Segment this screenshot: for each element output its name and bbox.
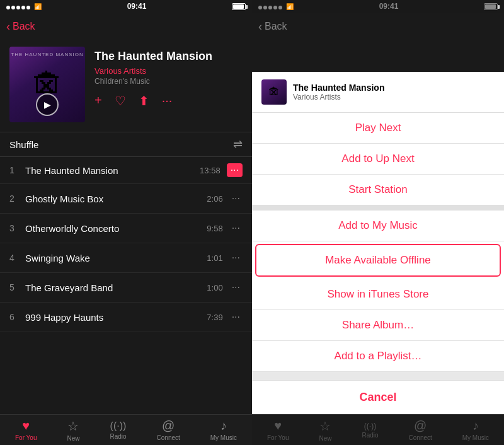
context-album-info: The Haunted Mansion Various Artists <box>293 83 384 101</box>
back-label-left: Back <box>13 21 35 32</box>
play-button[interactable]: ▶ <box>36 93 59 116</box>
status-bar-right: 📶 09:41 <box>252 0 504 13</box>
track-name-1: The Haunted Mansion <box>25 165 200 176</box>
signal-dots <box>6 1 32 12</box>
tab-new-right[interactable]: ☆ New <box>319 419 331 442</box>
tab-for-you-right[interactable]: ♥ For You <box>267 419 289 441</box>
track-more-button-6[interactable]: ··· <box>229 309 243 325</box>
menu-show-itunes[interactable]: Show in iTunes Store <box>252 279 504 310</box>
context-title: The Haunted Mansion <box>293 83 384 93</box>
new-icon-right: ☆ <box>319 419 331 434</box>
track-num-6: 6 <box>9 312 22 322</box>
track-row-3[interactable]: 3 Otherworldly Concerto 9:58 ··· <box>0 214 252 243</box>
battery-icon <box>232 3 246 10</box>
nav-bar-right: ‹ Back <box>252 13 504 40</box>
cancel-button[interactable]: Cancel <box>252 380 504 414</box>
track-duration-5: 1:00 <box>207 283 222 292</box>
menu-add-playlist-label: Add to a Playlist… <box>335 350 422 362</box>
more-icon[interactable]: ··· <box>162 93 173 108</box>
radio-label-right: Radio <box>362 432 378 439</box>
shuffle-bar[interactable]: Shuffle ⇌ <box>0 132 252 157</box>
album-art-label: The Haunted Mansion <box>9 52 85 57</box>
tab-radio[interactable]: ((·)) Radio <box>110 420 126 440</box>
radio-icon-right: ((·)) <box>364 422 376 431</box>
track-row-6[interactable]: 6 999 Happy Haunts 7:39 ··· <box>0 303 252 332</box>
menu-spacer <box>252 372 504 380</box>
menu-separator-1 <box>252 205 504 211</box>
tab-new[interactable]: ☆ New <box>67 419 79 442</box>
status-time-left: 09:41 <box>127 2 147 11</box>
love-icon[interactable]: ♡ <box>115 93 126 108</box>
shuffle-icon: ⇌ <box>233 137 243 151</box>
back-chevron-icon: ‹ <box>6 20 10 33</box>
menu-play-next[interactable]: Play Next <box>252 113 504 144</box>
my-music-label-right: My Music <box>462 434 489 441</box>
tab-for-you[interactable]: ♥ For You <box>15 419 37 441</box>
album-art[interactable]: The Haunted Mansion 🏚 ▶ <box>9 47 85 122</box>
track-name-2: Ghostly Music Box <box>25 194 207 204</box>
connect-label-right: Connect <box>409 434 432 441</box>
track-list: 1 The Haunted Mansion 13:58 ··· 2 Ghostl… <box>0 157 252 414</box>
radio-label: Radio <box>110 433 126 440</box>
tab-my-music[interactable]: ♪ My Music <box>210 419 237 441</box>
track-row-4[interactable]: 4 Swinging Wake 1:01 ··· <box>0 243 252 273</box>
track-name-5: The Graveyard Band <box>25 282 207 293</box>
connect-label: Connect <box>157 434 180 441</box>
context-thumb: 🏚 <box>261 79 287 105</box>
wifi-icon-right: 📶 <box>286 3 294 10</box>
menu-add-playlist[interactable]: Add to a Playlist… <box>252 341 504 372</box>
track-more-button-2[interactable]: ··· <box>229 190 243 207</box>
battery-right <box>484 3 498 10</box>
menu-share-album[interactable]: Share Album… <box>252 310 504 341</box>
tab-connect[interactable]: @ Connect <box>157 419 180 441</box>
back-button-left[interactable]: ‹ Back <box>6 20 35 33</box>
for-you-label: For You <box>15 434 37 441</box>
signal-dots-right <box>258 1 284 12</box>
track-more-button-3[interactable]: ··· <box>229 220 243 236</box>
radio-icon: ((·)) <box>110 420 127 432</box>
track-more-button-5[interactable]: ··· <box>229 279 243 296</box>
add-icon[interactable]: + <box>94 93 102 108</box>
status-time-right: 09:41 <box>379 2 399 11</box>
for-you-icon: ♥ <box>22 419 30 433</box>
new-label: New <box>67 435 79 442</box>
tab-bar-right: ♥ For You ☆ New ((·)) Radio @ Connect ♪ … <box>252 414 504 445</box>
connect-icon-right: @ <box>414 419 427 433</box>
menu-add-up-next[interactable]: Add to Up Next <box>252 144 504 175</box>
menu-add-my-music-label: Add to My Music <box>338 219 418 231</box>
menu-make-offline[interactable]: Make Available Offline <box>255 244 501 277</box>
back-button-right[interactable]: ‹ Back <box>258 20 287 33</box>
menu-add-my-music[interactable]: Add to My Music <box>252 211 504 241</box>
shuffle-label: Shuffle <box>9 139 38 150</box>
menu-start-station-label: Start Station <box>348 183 408 195</box>
tab-connect-right[interactable]: @ Connect <box>409 419 432 441</box>
my-music-label: My Music <box>210 434 237 441</box>
wifi-icon: 📶 <box>34 3 42 10</box>
tab-radio-right[interactable]: ((·)) Radio <box>362 422 378 439</box>
album-artist[interactable]: Various Artists <box>94 66 243 76</box>
track-name-6: 999 Happy Haunts <box>25 312 207 323</box>
album-title: The Haunted Mansion <box>94 50 243 64</box>
menu-add-up-next-label: Add to Up Next <box>341 153 414 165</box>
track-more-button-4[interactable]: ··· <box>229 250 243 266</box>
context-album-mini <box>252 40 504 72</box>
album-header: The Haunted Mansion 🏚 ▶ The Haunted Mans… <box>0 40 252 132</box>
context-menu-header: 🏚 The Haunted Mansion Various Artists <box>252 72 504 113</box>
album-info: The Haunted Mansion Various Artists Chil… <box>94 47 243 122</box>
my-music-icon: ♪ <box>220 419 227 433</box>
new-label-right: New <box>319 435 331 442</box>
album-actions: + ♡ ⬆ ··· <box>94 93 243 108</box>
track-row-1[interactable]: 1 The Haunted Mansion 13:58 ··· <box>0 157 252 184</box>
tab-my-music-right[interactable]: ♪ My Music <box>462 419 489 441</box>
track-num-3: 3 <box>9 223 22 233</box>
context-artist: Various Artists <box>293 93 384 101</box>
track-num-1: 1 <box>9 165 22 175</box>
track-row-2[interactable]: 2 Ghostly Music Box 2:06 ··· <box>0 184 252 214</box>
track-row-5[interactable]: 5 The Graveyard Band 1:00 ··· <box>0 273 252 303</box>
share-icon[interactable]: ⬆ <box>139 93 149 108</box>
track-more-button-1[interactable]: ··· <box>227 163 243 177</box>
menu-play-next-label: Play Next <box>355 122 401 134</box>
track-duration-6: 7:39 <box>207 313 222 322</box>
for-you-icon-right: ♥ <box>274 419 282 433</box>
menu-start-station[interactable]: Start Station <box>252 175 504 205</box>
